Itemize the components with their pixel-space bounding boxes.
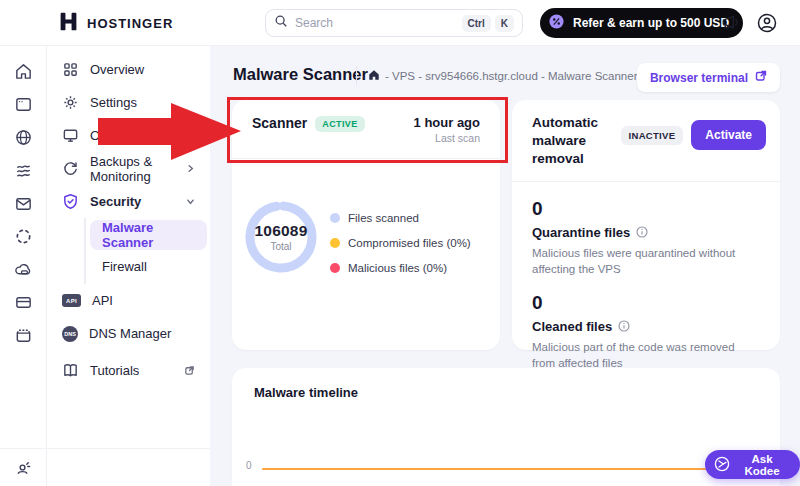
activate-button[interactable]: Activate — [691, 120, 766, 150]
hostinger-logo[interactable]: HOSTINGER — [58, 11, 173, 36]
hostinger-logo-icon — [58, 11, 79, 36]
announcement-icon[interactable] — [0, 450, 47, 484]
gear-icon — [62, 94, 79, 111]
donut-legend: Files scanned Compromised files (0%) Mal… — [330, 212, 471, 287]
search-input[interactable] — [295, 16, 462, 30]
timeline-y-tick: 0 — [246, 460, 252, 471]
megaphone-icon[interactable] — [720, 12, 741, 37]
profile-icon[interactable] — [756, 12, 778, 38]
malware-timeline-card: Malware timeline 0 — [232, 368, 780, 486]
monitor-icon — [62, 127, 79, 144]
chevron-down-icon — [186, 197, 195, 206]
chevron-right-icon — [186, 131, 195, 140]
icon-rail — [0, 46, 47, 486]
browser-terminal-button[interactable]: Browser terminal — [637, 63, 780, 92]
scanner-title: Scanner — [252, 115, 307, 131]
cloud-server-icon[interactable] — [0, 253, 46, 286]
hostinger-vps-panel: HOSTINGER Ctrl K Refer & earn up to 500 … — [0, 0, 800, 486]
hosting-layers-icon[interactable] — [0, 154, 46, 187]
home-icon[interactable] — [0, 55, 46, 88]
page-title: Malware Scanner — [233, 65, 368, 84]
sidebar-label: Firewall — [102, 259, 147, 274]
billing-card-icon[interactable] — [0, 286, 46, 319]
removal-status-badge: INACTIVE — [621, 126, 684, 145]
timeline-title: Malware timeline — [232, 368, 780, 400]
topbar: HOSTINGER Ctrl K Refer & earn up to 500 … — [0, 0, 800, 46]
info-icon[interactable] — [636, 224, 648, 242]
quarantine-label: Quarantine files — [532, 225, 630, 240]
timeline-zero-line — [262, 468, 773, 470]
brand-name: HOSTINGER — [87, 16, 173, 31]
referral-badge-icon — [548, 13, 565, 33]
home-icon[interactable] — [368, 69, 380, 83]
sidebar-item-backups-monitoring[interactable]: Backups & Monitoring — [47, 152, 210, 185]
last-scan-value: 1 hour ago — [414, 115, 480, 130]
scanner-card: Scanner ACTIVE 1 hour ago Last scan 1060… — [232, 100, 500, 350]
malicious-files-dot — [330, 263, 340, 273]
card-divider — [232, 158, 500, 159]
domains-globe-icon[interactable] — [0, 121, 46, 154]
ask-kodee-label: Ask Kodee — [737, 453, 787, 477]
quarantine-description: Malicious files were quarantined without… — [532, 245, 760, 277]
sidebar-label: Overview — [90, 62, 144, 77]
api-badge-icon: API — [62, 294, 81, 307]
scanner-status-badge: ACTIVE — [315, 116, 364, 132]
dns-badge-icon: DNS — [62, 326, 78, 342]
legend-item-compromised-files: Compromised files (0%) — [330, 237, 471, 249]
external-link-icon — [755, 70, 767, 85]
loader-icon[interactable] — [0, 220, 46, 253]
legend-item-files-scanned: Files scanned — [330, 212, 471, 224]
quarantine-count: 0 — [532, 198, 760, 220]
search-icon — [274, 14, 288, 32]
kodee-icon — [714, 456, 730, 474]
refer-earn-label: Refer & earn up to 500 USD — [573, 16, 729, 30]
donut-total-label: Total — [270, 241, 291, 252]
sidebar-label: DNS Manager — [89, 326, 171, 341]
cleaned-count: 0 — [532, 292, 760, 314]
overview-grid-icon — [62, 61, 79, 78]
vps-sidebar: Overview Settings OS & Backups & Monitor… — [47, 46, 210, 486]
refer-earn-button[interactable]: Refer & earn up to 500 USD — [540, 8, 743, 38]
search-shortcut: Ctrl K — [462, 15, 514, 32]
sidebar-item-firewall[interactable]: Firewall — [90, 250, 210, 282]
files-scanned-donut-chart: 106089 Total — [241, 197, 321, 277]
sidebar-item-overview[interactable]: Overview — [47, 53, 210, 86]
marketplace-icon[interactable] — [0, 319, 46, 352]
legend-item-malicious-files: Malicious files (0%) — [330, 262, 471, 274]
sidebar-item-api[interactable]: API API — [47, 284, 210, 317]
sidebar-item-settings[interactable]: Settings — [47, 86, 210, 119]
k-keycap: K — [495, 15, 514, 32]
cleaned-label: Cleaned files — [532, 319, 612, 334]
sidebar-item-os-panel[interactable]: OS & — [47, 119, 210, 152]
title-divider — [356, 66, 357, 85]
sidebar-label: OS & — [90, 128, 121, 143]
sidebar-label: Malware Scanner — [102, 220, 207, 250]
email-icon[interactable] — [0, 187, 46, 220]
book-icon — [62, 362, 79, 379]
ask-kodee-button[interactable]: Ask Kodee — [705, 450, 800, 479]
breadcrumb-path: - VPS - srv954666.hstgr.cloud - Malware … — [385, 70, 637, 82]
sidebar-item-dns-manager[interactable]: DNS DNS Manager — [47, 317, 210, 350]
last-scan-label: Last scan — [414, 132, 480, 144]
donut-total-value: 106089 — [255, 222, 308, 240]
files-scanned-dot — [330, 213, 340, 223]
external-link-icon — [184, 365, 195, 376]
browser-terminal-label: Browser terminal — [650, 71, 748, 85]
refresh-icon — [62, 160, 79, 177]
cleaned-description: Malicious part of the code was removed f… — [532, 339, 760, 371]
sidebar-label: Security — [90, 194, 141, 209]
sidebar-item-tutorials[interactable]: Tutorials — [47, 354, 210, 387]
sidebar-item-security[interactable]: Security — [47, 185, 210, 218]
sidebar-item-malware-scanner[interactable]: Malware Scanner — [90, 220, 207, 250]
search-bar[interactable]: Ctrl K — [265, 9, 523, 37]
sidebar-label: Tutorials — [90, 363, 139, 378]
ctrl-keycap: Ctrl — [462, 15, 491, 32]
info-icon[interactable] — [618, 318, 630, 336]
security-subnav: Malware Scanner Firewall — [84, 218, 210, 284]
shield-check-icon — [62, 193, 79, 210]
sidebar-label: Backups & Monitoring — [90, 154, 175, 184]
websites-icon[interactable] — [0, 88, 46, 121]
automatic-malware-removal-card: Automatic malware removal INACTIVE Activ… — [512, 100, 780, 350]
main-content: Malware Scanner - VPS - srv954666.hstgr.… — [210, 46, 800, 486]
removal-title: Automatic malware removal — [532, 114, 621, 169]
